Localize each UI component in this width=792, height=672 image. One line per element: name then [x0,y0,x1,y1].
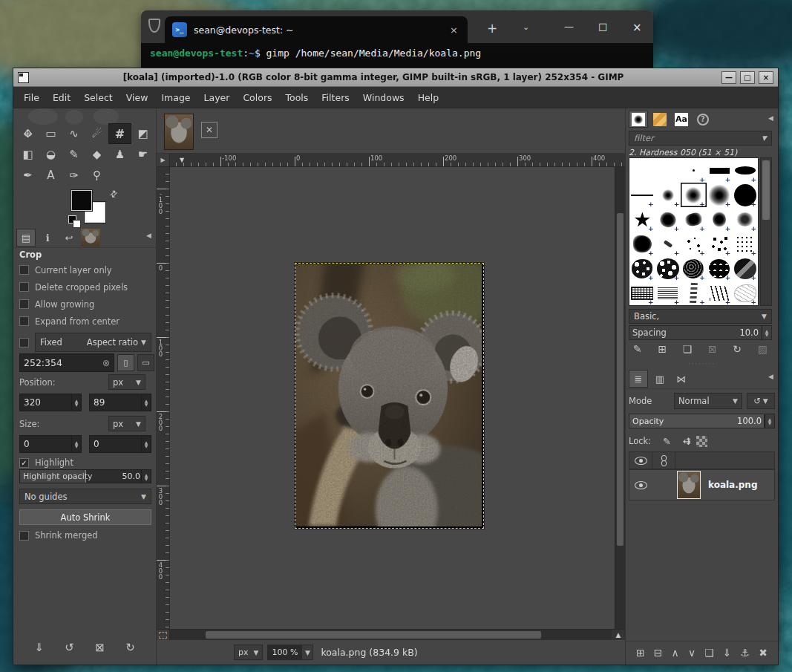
raise-layer-icon[interactable]: ∧ [672,647,679,659]
reset-tool-options-icon[interactable]: ↻ [125,641,135,654]
foreground-color-swatch[interactable] [71,190,92,211]
horizontal-ruler[interactable]: ▼-1000100200300400 [170,154,625,166]
paintbrush-tool-icon[interactable]: ✎ [62,144,85,165]
brush-item[interactable] [707,232,733,256]
guides-dropdown[interactable]: No guides ▼ [19,489,151,504]
ink-tool-icon[interactable]: ✒ [16,165,39,186]
layer-opacity-slider[interactable]: Opacity 100.0 ▲▼ [629,414,775,428]
status-unit-dropdown[interactable]: px ▼ [234,645,263,660]
brush-item[interactable] [655,281,681,305]
smudge-tool-icon[interactable]: ☛ [131,144,154,165]
brush-item[interactable] [629,207,655,232]
terminal-output[interactable]: sean@devops-test:~$ gimp /home/sean/Medi… [141,43,653,68]
refresh-brushes-icon[interactable]: ↻ [733,343,742,355]
crop-tool-icon[interactable]: # [108,123,131,144]
highlight-opacity-slider[interactable]: Highlight opacity 50.0 ▲▼ [19,469,151,483]
paths-tab[interactable]: ⋈ [672,370,691,388]
menu-image[interactable]: Image [155,90,196,105]
restore-tool-options-icon[interactable]: ↺ [65,641,74,654]
position-unit-dropdown[interactable]: px▼ [108,374,145,390]
expand-from-center-checkbox[interactable] [19,316,29,326]
open-brush-as-image-icon[interactable]: ▨ [758,343,768,355]
current-layer-only-checkbox[interactable] [19,265,29,275]
quick-mask-button[interactable] [157,630,170,640]
tab-dropdown-icon[interactable]: ⌄ [523,22,529,32]
menu-colors[interactable]: Colors [237,90,278,105]
spinner-icon[interactable]: ▲▼ [141,394,151,411]
terminal-tab[interactable]: >_ sean@devops-test: ~ × [165,16,468,43]
clear-icon[interactable]: ⊗ [102,358,110,368]
brush-item[interactable] [681,281,707,305]
aspect-ratio-input[interactable]: 252:354 ⊗ [19,353,114,372]
fonts-tab[interactable]: Aa [672,111,691,128]
collapse-dock-icon[interactable]: ◀ [768,114,773,122]
document-history-tab[interactable]: ? [693,111,713,128]
ruler-menu-button[interactable]: ▶ [157,154,170,166]
scrollbar-thumb[interactable] [617,213,624,546]
brush-item[interactable] [732,256,758,281]
lower-layer-icon[interactable]: ∨ [688,647,696,659]
delete-brush-icon[interactable]: ⊠ [708,343,717,355]
brush-item[interactable] [655,158,681,183]
default-colors-icon[interactable] [68,215,80,227]
lock-alpha-icon[interactable] [696,436,707,447]
shrink-merged-checkbox[interactable] [19,531,29,541]
new-brush-icon[interactable]: ⊞ [658,343,667,355]
brush-item[interactable] [629,183,655,207]
image-tab-thumbnail[interactable] [164,114,194,150]
layers-tab[interactable]: ≣ [629,370,648,388]
size-unit-dropdown[interactable]: px▼ [108,416,145,431]
position-x-field[interactable]: 320 ▲▼ [19,394,82,411]
brush-item[interactable] [681,183,707,207]
merge-down-icon[interactable]: ⇓ [723,647,732,659]
brush-filter-input[interactable]: filter ▼ [629,131,772,146]
rectangle-select-tool-icon[interactable]: ▭ [39,123,62,144]
vertical-ruler[interactable]: -1000100200300400 [157,167,170,629]
spinner-icon[interactable]: ▲▼ [141,436,151,452]
brush-item[interactable] [707,183,733,207]
move-tool-icon[interactable]: ↔↕ [16,123,39,144]
brush-item[interactable] [732,158,758,183]
spinner-icon[interactable]: ▲▼ [141,470,151,483]
new-layer-group-icon[interactable]: ⊟ [654,647,663,659]
allow-growing-checkbox[interactable] [19,299,29,309]
edit-brush-icon[interactable]: ✎ [633,343,642,355]
image-tab-close-icon[interactable]: ✕ [201,122,217,138]
navigation-button[interactable]: ▲ [612,630,625,640]
text-tool-icon[interactable]: A [39,165,62,186]
unified-transform-tool-icon[interactable]: ◩ [131,123,154,144]
gimp-titlebar[interactable]: [koala] (imported)-1.0 (RGB color 8-bit … [13,68,778,87]
brush-group-dropdown[interactable]: Basic, ▼ [629,309,772,324]
menu-tools[interactable]: Tools [280,90,315,105]
menu-file[interactable]: File [18,90,45,105]
link-header[interactable] [652,452,675,469]
anchor-layer-icon[interactable]: ⚓ [741,647,750,659]
brush-item[interactable] [732,232,758,256]
brush-item[interactable] [681,256,707,281]
images-tab[interactable] [81,229,100,247]
brush-item[interactable] [629,281,655,305]
brush-item[interactable] [681,158,707,183]
mode-switch-button[interactable]: ↺ ▼ [747,393,775,409]
fuzzy-select-tool-icon[interactable]: ☄ [85,123,108,144]
chevron-down-icon[interactable]: ▼ [301,645,312,659]
menu-windows[interactable]: Windows [357,90,410,105]
lock-pixels-icon[interactable]: ✎ [663,436,671,447]
brush-item[interactable] [681,207,707,232]
channels-tab[interactable]: ▥ [650,370,670,388]
visibility-header[interactable] [629,452,652,469]
lock-position-icon[interactable]: ↔↕ [683,436,684,447]
spinner-icon[interactable]: ▲▼ [762,326,771,339]
scrollbar-thumb[interactable] [206,631,541,639]
collapse-dock-icon[interactable]: ◀ [768,373,773,380]
patterns-tab[interactable] [650,111,670,128]
terminal-minimize-button[interactable]: — [564,21,574,32]
gimp-minimize-button[interactable]: — [721,71,736,84]
highlight-checkbox[interactable]: ✓ [19,458,29,468]
new-tab-button[interactable]: + [487,21,497,36]
gimp-close-button[interactable]: × [759,71,773,84]
zoom-tool-icon[interactable]: ⚲ [85,165,108,186]
brush-item[interactable] [707,158,733,183]
fixed-aspect-control[interactable]: Fixed Aspect ratio ▼ [35,333,151,352]
brush-item[interactable] [655,256,681,281]
